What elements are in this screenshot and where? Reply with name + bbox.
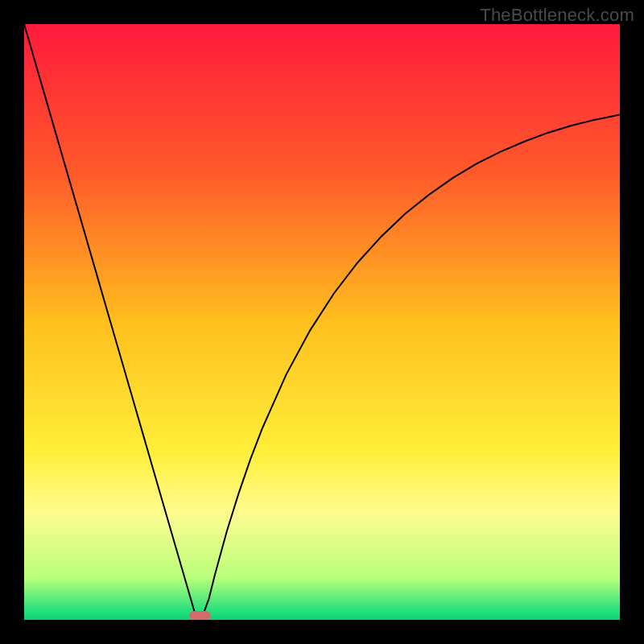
watermark-text: TheBottleneck.com (480, 5, 634, 26)
bottleneck-chart (24, 24, 620, 620)
plot-area (24, 24, 620, 620)
chart-frame: TheBottleneck.com (0, 0, 644, 644)
bottleneck-min-marker (189, 611, 211, 620)
gradient-background (24, 24, 620, 620)
